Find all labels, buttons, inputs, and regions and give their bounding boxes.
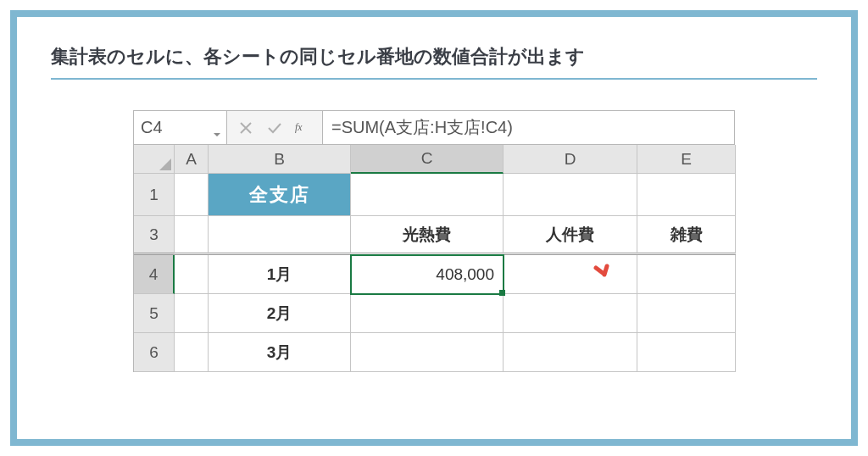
- select-all-corner[interactable]: [134, 145, 175, 174]
- formula-text: =SUM(A支店:H支店!C4): [331, 116, 513, 139]
- col-header-b[interactable]: B: [209, 145, 351, 174]
- cell-d5[interactable]: [504, 294, 637, 333]
- col-header-c[interactable]: C: [351, 145, 504, 174]
- fx-icon[interactable]: fx: [295, 120, 312, 136]
- row-header-6[interactable]: 6: [134, 333, 175, 372]
- page-title: 集計表のセルに、各シートの同じセル番地の数値合計が出ます: [51, 44, 817, 80]
- cell-e4[interactable]: [637, 255, 736, 294]
- cell-d1[interactable]: [504, 174, 637, 216]
- cell-c5[interactable]: [351, 294, 504, 333]
- cell-c1[interactable]: [351, 174, 504, 216]
- cell-c6[interactable]: [351, 333, 504, 372]
- row-header-3[interactable]: 3: [134, 216, 175, 255]
- cell-d3[interactable]: 人件費: [504, 216, 637, 255]
- cell-a4[interactable]: [175, 255, 209, 294]
- cell-a3[interactable]: [175, 216, 209, 255]
- formula-bar-controls: fx: [227, 111, 323, 144]
- cell-a5[interactable]: [175, 294, 209, 333]
- name-box[interactable]: C4: [134, 111, 227, 144]
- cell-a1[interactable]: [175, 174, 209, 216]
- row-header-1[interactable]: 1: [134, 174, 175, 216]
- cell-b6[interactable]: 3月: [209, 333, 351, 372]
- row-header-5[interactable]: 5: [134, 294, 175, 333]
- cell-a6[interactable]: [175, 333, 209, 372]
- col-header-a[interactable]: A: [175, 145, 209, 174]
- col-header-e[interactable]: E: [637, 145, 736, 174]
- svg-text:fx: fx: [295, 123, 303, 134]
- cell-b3[interactable]: [209, 216, 351, 255]
- cell-d4[interactable]: [504, 255, 637, 294]
- row-header-4[interactable]: 4: [134, 255, 175, 294]
- cancel-icon[interactable]: [237, 120, 254, 136]
- formula-input[interactable]: =SUM(A支店:H支店!C4): [323, 111, 734, 144]
- col-header-d[interactable]: D: [504, 145, 637, 174]
- cell-d6[interactable]: [504, 333, 637, 372]
- cell-c3[interactable]: 光熱費: [351, 216, 504, 255]
- formula-bar: C4 fx =SUM(A支店:H支店!C4): [134, 111, 734, 145]
- name-box-value: C4: [141, 118, 163, 137]
- cell-b4[interactable]: 1月: [209, 255, 351, 294]
- confirm-icon[interactable]: [266, 120, 283, 136]
- cell-e1[interactable]: [637, 174, 736, 216]
- cell-b5[interactable]: 2月: [209, 294, 351, 333]
- cell-b1[interactable]: 全支店: [209, 174, 351, 216]
- cell-e3[interactable]: 雑費: [637, 216, 736, 255]
- cell-e5[interactable]: [637, 294, 736, 333]
- badge-all-branches: 全支店: [209, 174, 350, 215]
- cell-e6[interactable]: [637, 333, 736, 372]
- excel-window: C4 fx =SUM(A支店:H支店!C4): [133, 110, 735, 372]
- cell-c4[interactable]: 408,000: [351, 255, 504, 294]
- spreadsheet-grid[interactable]: A B C D E 1 全支店 3: [134, 145, 734, 372]
- name-box-dropdown-icon[interactable]: [213, 124, 221, 132]
